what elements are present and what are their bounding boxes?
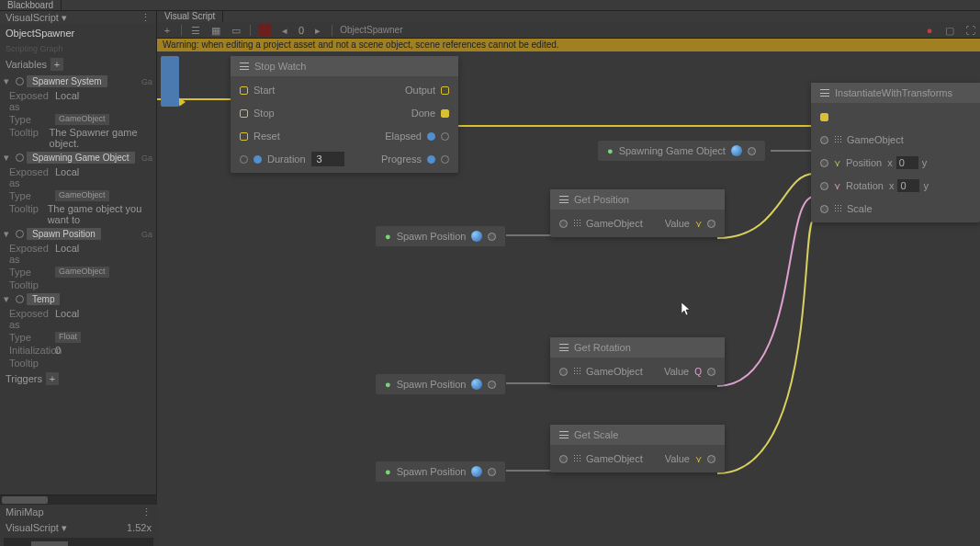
data-in-port[interactable]	[559, 455, 568, 463]
main-tab-bar: Visual Script	[157, 11, 980, 22]
chevron-down-icon[interactable]: ▾	[4, 152, 13, 164]
data-out-port[interactable]	[441, 132, 449, 141]
error-icon[interactable]: ●	[923, 24, 936, 37]
minimap-menu[interactable]: ⋮	[141, 506, 152, 518]
duration-input[interactable]	[311, 152, 344, 166]
hamburger-icon	[559, 196, 569, 203]
data-in-port[interactable]	[559, 368, 568, 376]
data-in-port[interactable]	[559, 220, 568, 228]
tab-visual-script[interactable]: Visual Script	[157, 11, 223, 22]
mouse-cursor	[681, 302, 693, 317]
graph-title: ObjectSpawner	[0, 24, 156, 42]
add-trigger-button[interactable]: +	[46, 372, 59, 385]
flow-in-port[interactable]	[820, 113, 828, 121]
graph-canvas[interactable]: Stop Watch Start Stop Reset Duration Out…	[157, 51, 980, 546]
data-in-port[interactable]	[820, 136, 828, 144]
variables-section: Variables +	[0, 55, 156, 74]
variable-node[interactable]: ●Spawn Position	[376, 226, 505, 246]
gameobject-icon	[471, 379, 482, 390]
variable-row[interactable]: ▾ Temp	[0, 291, 156, 307]
data-out-port[interactable]	[488, 233, 496, 241]
quaternion-icon: Q	[694, 367, 702, 377]
minimap-vs[interactable]: VisualScript ▾	[6, 522, 67, 534]
position-x-input[interactable]	[896, 156, 918, 169]
blackboard-tab-bar: Blackboard	[0, 0, 980, 11]
variable-row[interactable]: ▾ Spawner System Ga	[0, 74, 156, 89]
data-in-port[interactable]	[240, 155, 248, 164]
flow-out-port[interactable]	[179, 97, 186, 107]
minimap-view[interactable]	[4, 538, 153, 546]
variable-name[interactable]: Temp	[27, 293, 60, 305]
flow-in-port[interactable]	[240, 86, 248, 95]
gameobject-type-icon	[834, 135, 841, 144]
maximize-icon[interactable]: ⛶	[963, 24, 976, 37]
horizontal-scrollbar[interactable]	[0, 495, 157, 505]
flow-out-port[interactable]	[441, 109, 449, 118]
sidebar-menu-icon[interactable]: ⋮	[141, 12, 151, 23]
data-in-port[interactable]	[820, 182, 828, 190]
variable-node[interactable]: ●Spawning Game Object	[598, 141, 765, 161]
variable-node[interactable]: ●Spawn Position	[376, 461, 505, 482]
add-icon[interactable]: +	[161, 24, 174, 37]
gameobject-type-icon	[573, 219, 580, 228]
getposition-node[interactable]: Get Position GameObject Value⋎	[550, 189, 725, 237]
data-out-port[interactable]	[488, 381, 496, 389]
visualscript-dropdown[interactable]: VisualScript ▾	[6, 12, 67, 23]
variable-name[interactable]: Spawn Position	[27, 228, 101, 240]
hamburger-icon	[559, 344, 569, 351]
settings-icon[interactable]: ▢	[943, 24, 956, 37]
flow-in-port[interactable]	[240, 109, 248, 118]
frame-counter: 0	[299, 25, 304, 36]
stopwatch-node[interactable]: Stop Watch Start Stop Reset Duration Out…	[231, 56, 458, 173]
var-port[interactable]	[16, 230, 24, 238]
data-out-port[interactable]	[488, 468, 496, 476]
variable-node[interactable]: ●Spawn Position	[376, 374, 505, 394]
grid-icon[interactable]: ▦	[209, 24, 222, 37]
data-out-port[interactable]	[441, 155, 449, 164]
node-header[interactable]: Stop Watch	[231, 56, 458, 76]
add-variable-button[interactable]: +	[51, 58, 63, 71]
tab-blackboard[interactable]: Blackboard	[0, 0, 62, 10]
var-port[interactable]	[16, 154, 24, 162]
data-out-port[interactable]	[707, 455, 715, 463]
flow-in-port[interactable]	[240, 132, 248, 141]
entry-node[interactable]	[161, 56, 179, 107]
data-in-port[interactable]	[820, 205, 828, 213]
chevron-down-icon[interactable]: ▾	[4, 228, 13, 240]
rotation-x-input[interactable]	[897, 179, 919, 192]
gameobject-icon	[471, 231, 482, 242]
variable-row[interactable]: ▾ Spawn Position Ga	[0, 226, 156, 242]
data-out-port[interactable]	[748, 147, 756, 155]
breadcrumb[interactable]: ObjectSpawner	[340, 25, 402, 35]
getrotation-node[interactable]: Get Rotation GameObject ValueQ	[550, 337, 725, 385]
triggers-section: Triggers +	[0, 370, 156, 388]
flow-out-port[interactable]	[441, 86, 449, 95]
data-out-port[interactable]	[707, 368, 715, 376]
next-icon[interactable]: ▸	[311, 24, 324, 37]
data-in-port[interactable]	[820, 159, 828, 167]
quaternion-icon: ⋎	[834, 181, 840, 191]
layout-icon[interactable]: ▭	[230, 24, 242, 37]
data-out-port[interactable]	[707, 220, 715, 228]
hamburger-icon	[559, 431, 569, 438]
record-button[interactable]	[258, 24, 271, 37]
gameobject-type-icon	[573, 367, 580, 376]
instantiate-node[interactable]: InstantiateWithTransforms GameObject ⋎Po…	[811, 83, 980, 222]
variable-row[interactable]: ▾ Spawning Game Object Ga	[0, 150, 156, 165]
vector-icon: ⋎	[695, 454, 702, 464]
main-area: Visual Script + ☰ ▦ ▭ ◂ 0 ▸ ObjectSpawne…	[157, 11, 980, 546]
hamburger-icon	[820, 89, 829, 97]
variable-name[interactable]: Spawner System	[27, 75, 107, 87]
var-port[interactable]	[16, 295, 24, 303]
graph-subtitle: Scripting Graph	[0, 42, 156, 55]
chevron-down-icon[interactable]: ▾	[4, 293, 13, 305]
gameobject-icon	[731, 145, 742, 156]
sidebar-header[interactable]: VisualScript ▾ ⋮	[0, 11, 156, 24]
prev-icon[interactable]: ◂	[278, 24, 291, 37]
save-icon[interactable]: ☰	[189, 24, 202, 37]
var-port[interactable]	[16, 77, 24, 85]
scroll-thumb[interactable]	[2, 496, 48, 504]
getscale-node[interactable]: Get Scale GameObject Value⋎	[550, 425, 725, 472]
chevron-down-icon[interactable]: ▾	[4, 75, 13, 87]
variable-name[interactable]: Spawning Game Object	[27, 152, 135, 164]
